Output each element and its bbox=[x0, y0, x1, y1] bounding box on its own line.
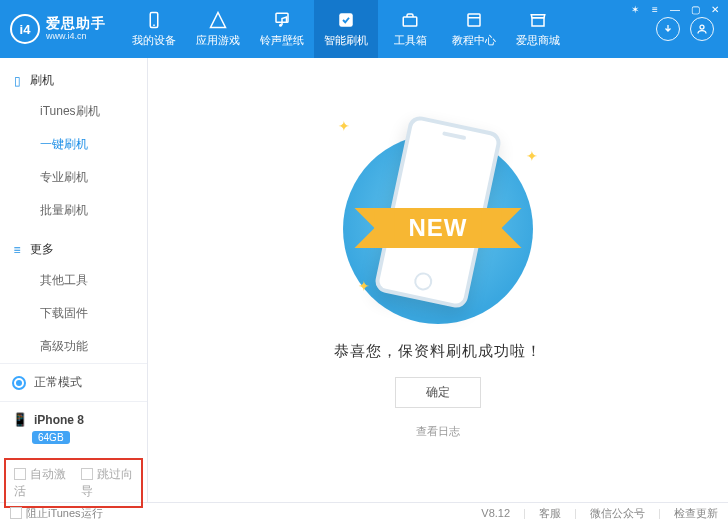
tab-ringtones[interactable]: 铃声壁纸 bbox=[250, 0, 314, 58]
sidebar-item-pro-flash[interactable]: 专业刷机 bbox=[0, 161, 147, 194]
ok-button[interactable]: 确定 bbox=[395, 377, 481, 408]
sidebar-group-flash[interactable]: ▯ 刷机 bbox=[0, 66, 147, 95]
connected-device[interactable]: iPhone 8 64GB bbox=[0, 402, 147, 454]
sidebar-item-other-tools[interactable]: 其他工具 bbox=[0, 264, 147, 297]
maximize-button[interactable]: ▢ bbox=[688, 3, 702, 17]
success-message: 恭喜您，保资料刷机成功啦！ bbox=[148, 342, 728, 361]
close-button[interactable]: ✕ bbox=[708, 3, 722, 17]
tab-label: 爱思商城 bbox=[516, 33, 560, 48]
group-label: 更多 bbox=[30, 241, 54, 258]
svg-rect-6 bbox=[468, 14, 480, 26]
download-button[interactable] bbox=[656, 17, 680, 41]
store-icon bbox=[529, 11, 547, 29]
svg-point-8 bbox=[700, 25, 704, 29]
options-highlight-box: 自动激活 跳过向导 bbox=[4, 458, 143, 508]
svg-rect-5 bbox=[403, 17, 417, 26]
tab-label: 教程中心 bbox=[452, 33, 496, 48]
tab-tutorial[interactable]: 教程中心 bbox=[442, 0, 506, 58]
mode-label: 正常模式 bbox=[34, 374, 82, 391]
sidebar-item-advanced[interactable]: 高级功能 bbox=[0, 330, 147, 363]
success-illustration: ✦ ✦ ✦ NEW bbox=[278, 98, 598, 318]
storage-badge: 64GB bbox=[32, 431, 70, 444]
skin-button[interactable]: ✶ bbox=[628, 3, 642, 17]
sidebar-group-more[interactable]: ≡ 更多 bbox=[0, 235, 147, 264]
tab-label: 智能刷机 bbox=[324, 33, 368, 48]
menu-button[interactable]: ≡ bbox=[648, 3, 662, 17]
music-icon bbox=[273, 11, 291, 29]
app-logo: i4 爱思助手 www.i4.cn bbox=[0, 0, 122, 58]
tab-label: 我的设备 bbox=[132, 33, 176, 48]
tab-flash[interactable]: 智能刷机 bbox=[314, 0, 378, 58]
toolbox-icon bbox=[401, 11, 419, 29]
tab-label: 工具箱 bbox=[394, 33, 427, 48]
device-name: iPhone 8 bbox=[12, 412, 135, 427]
app-name: 爱思助手 bbox=[46, 16, 106, 31]
wechat-link[interactable]: 微信公众号 bbox=[590, 507, 645, 519]
logo-icon: i4 bbox=[10, 14, 40, 44]
tab-label: 铃声壁纸 bbox=[260, 33, 304, 48]
prevent-itunes-checkbox[interactable]: 阻止iTunes运行 bbox=[10, 506, 103, 521]
checkbox-label: 阻止iTunes运行 bbox=[26, 507, 103, 519]
ribbon-new: NEW bbox=[383, 208, 494, 248]
device-mode[interactable]: 正常模式 bbox=[0, 364, 147, 402]
version-label: V8.12 bbox=[481, 507, 510, 519]
support-link[interactable]: 客服 bbox=[539, 507, 561, 519]
sidebar-item-oneclick-flash[interactable]: 一键刷机 bbox=[0, 128, 147, 161]
minimize-button[interactable]: — bbox=[668, 3, 682, 17]
top-tabs: 我的设备 应用游戏 铃声壁纸 智能刷机 工具箱 bbox=[122, 0, 656, 58]
sidebar-item-download-firmware[interactable]: 下载固件 bbox=[0, 297, 147, 330]
app-header: i4 爱思助手 www.i4.cn 我的设备 应用游戏 铃声壁纸 bbox=[0, 0, 728, 58]
sidebar: ▯ 刷机 iTunes刷机 一键刷机 专业刷机 批量刷机 ≡ 更多 其他工具 下… bbox=[0, 58, 148, 502]
device-icon bbox=[145, 11, 163, 29]
apps-icon bbox=[209, 11, 227, 29]
view-log-link[interactable]: 查看日志 bbox=[148, 424, 728, 439]
tab-toolbox[interactable]: 工具箱 bbox=[378, 0, 442, 58]
tab-label: 应用游戏 bbox=[196, 33, 240, 48]
auto-activate-checkbox[interactable]: 自动激活 bbox=[14, 466, 67, 500]
sidebar-item-batch-flash[interactable]: 批量刷机 bbox=[0, 194, 147, 227]
group-label: 刷机 bbox=[30, 72, 54, 89]
flash-icon bbox=[337, 11, 355, 29]
main-content: ✦ ✦ ✦ NEW 恭喜您，保资料刷机成功啦！ 确定 查看日志 bbox=[148, 58, 728, 502]
app-url: www.i4.cn bbox=[46, 32, 106, 42]
tab-store[interactable]: 爱思商城 bbox=[506, 0, 570, 58]
more-icon: ≡ bbox=[10, 243, 24, 257]
tab-apps[interactable]: 应用游戏 bbox=[186, 0, 250, 58]
book-icon bbox=[465, 11, 483, 29]
skip-wizard-checkbox[interactable]: 跳过向导 bbox=[81, 466, 134, 500]
sidebar-item-itunes-flash[interactable]: iTunes刷机 bbox=[0, 95, 147, 128]
mode-icon bbox=[12, 376, 26, 390]
user-button[interactable] bbox=[690, 17, 714, 41]
tab-device[interactable]: 我的设备 bbox=[122, 0, 186, 58]
check-update-link[interactable]: 检查更新 bbox=[674, 507, 718, 519]
phone-icon: ▯ bbox=[10, 74, 24, 88]
